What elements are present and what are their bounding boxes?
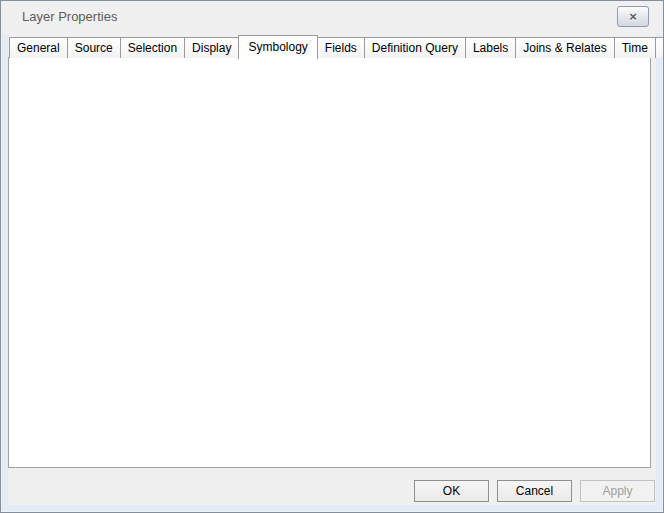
dialog-frame	[2, 505, 662, 511]
dialog-frame	[656, 34, 662, 511]
tab-selection[interactable]: Selection	[120, 37, 185, 58]
tab-strip: GeneralSourceSelectionDisplaySymbologyFi…	[9, 34, 664, 58]
tab-joins-relates[interactable]: Joins & Relates	[515, 37, 614, 58]
ok-button[interactable]: OK	[414, 480, 489, 502]
tab-display[interactable]: Display	[184, 37, 239, 58]
close-icon[interactable]: ×	[617, 6, 649, 27]
tab-html-popup[interactable]: HTML Popup	[655, 37, 664, 58]
layer-properties-dialog: Layer Properties × GeneralSourceSelectio…	[0, 0, 664, 513]
tab-general[interactable]: General	[9, 37, 68, 58]
tab-symbology[interactable]: Symbology	[238, 35, 317, 59]
tab-definition-query[interactable]: Definition Query	[364, 37, 466, 58]
apply-button: Apply	[580, 480, 655, 502]
window-title: Layer Properties	[22, 9, 117, 24]
symbology-tab-page	[8, 57, 651, 468]
tab-labels[interactable]: Labels	[465, 37, 516, 58]
tab-source[interactable]: Source	[67, 37, 121, 58]
cancel-button[interactable]: Cancel	[497, 480, 572, 502]
tab-fields[interactable]: Fields	[317, 37, 365, 58]
tab-time[interactable]: Time	[614, 37, 656, 58]
